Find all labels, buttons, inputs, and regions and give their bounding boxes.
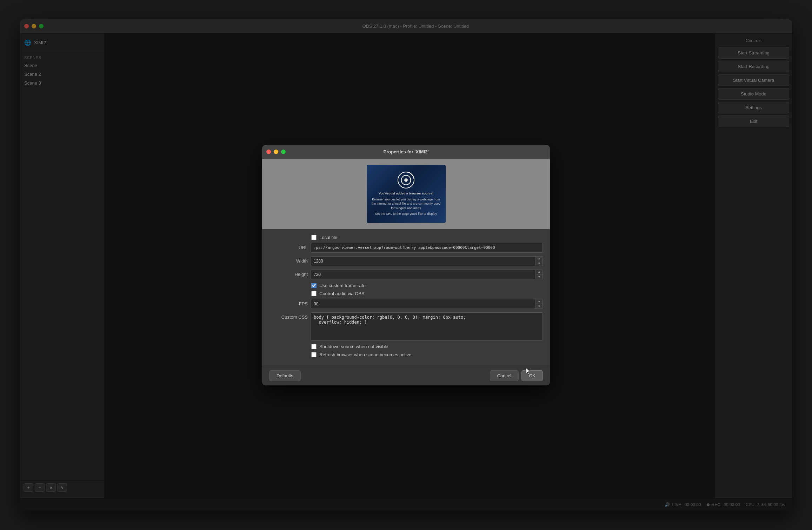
control-audio-row: Control audio via OBS xyxy=(269,291,543,296)
properties-dialog: Properties for 'XIMI2' You've just added… xyxy=(262,145,550,385)
dialog-body: Local file URL Width ▲ ▼ xyxy=(262,229,550,366)
dialog-close-button[interactable] xyxy=(266,150,271,154)
dialog-preview-area: You've just added a browser source! Brow… xyxy=(262,159,550,229)
height-spinner: ▲ ▼ xyxy=(311,270,543,279)
fps-input[interactable] xyxy=(311,299,536,309)
dialog-fullscreen-button[interactable] xyxy=(281,150,286,154)
height-row: Height ▲ ▼ xyxy=(269,270,543,279)
footer-right: Cancel OK xyxy=(490,370,543,381)
obs-logo-icon xyxy=(398,172,414,188)
preview-text-2: Browser sources let you display a webpag… xyxy=(371,197,441,211)
fps-spinner: ▲ ▼ xyxy=(311,299,543,309)
defaults-button[interactable]: Defaults xyxy=(269,370,301,381)
width-input[interactable] xyxy=(311,256,536,266)
width-increment-button[interactable]: ▲ xyxy=(536,257,543,261)
custom-fps-checkbox[interactable] xyxy=(311,283,317,288)
fps-decrement-button[interactable]: ▼ xyxy=(536,304,543,309)
dialog-title: Properties for 'XIMI2' xyxy=(384,149,429,154)
cancel-button[interactable]: Cancel xyxy=(490,370,519,381)
shutdown-checkbox[interactable] xyxy=(311,344,317,349)
url-label: URL xyxy=(269,245,308,250)
refresh-checkbox[interactable] xyxy=(311,352,317,357)
height-decrement-button[interactable]: ▼ xyxy=(536,274,543,279)
custom-css-input[interactable]: body { background-color: rgba(0, 0, 0, 0… xyxy=(311,312,543,340)
preview-text-3: Set the URL to the page you'd like to di… xyxy=(375,212,437,216)
shutdown-row: Shutdown source when not visible xyxy=(269,344,543,349)
refresh-label[interactable]: Refresh browser when scene becomes activ… xyxy=(319,352,411,357)
local-file-label[interactable]: Local file xyxy=(319,235,337,240)
width-label: Width xyxy=(269,258,308,264)
dialog-traffic-lights xyxy=(266,150,286,154)
refresh-row: Refresh browser when scene becomes activ… xyxy=(269,352,543,357)
fps-row: FPS ▲ ▼ xyxy=(269,299,543,309)
browser-source-preview: You've just added a browser source! Brow… xyxy=(367,165,446,223)
control-audio-checkbox[interactable] xyxy=(311,291,317,296)
width-spinner: ▲ ▼ xyxy=(311,256,543,266)
fps-spinner-buttons: ▲ ▼ xyxy=(536,299,543,309)
custom-fps-label[interactable]: Use custom frame rate xyxy=(319,283,366,288)
url-input[interactable] xyxy=(311,243,543,253)
svg-point-2 xyxy=(404,178,408,182)
local-file-row: Local file xyxy=(269,235,543,240)
height-increment-button[interactable]: ▲ xyxy=(536,270,543,275)
height-input[interactable] xyxy=(311,270,536,279)
control-audio-label[interactable]: Control audio via OBS xyxy=(319,291,365,296)
dialog-overlay: Properties for 'XIMI2' You've just added… xyxy=(20,19,792,511)
ok-button[interactable]: OK xyxy=(521,370,543,381)
local-file-checkbox[interactable] xyxy=(311,235,317,240)
custom-fps-row: Use custom frame rate xyxy=(269,283,543,288)
fps-label: FPS xyxy=(269,301,308,306)
obs-main-window: OBS 27.1.0 (mac) - Profile: Untitled - S… xyxy=(20,19,792,511)
footer-left: Defaults xyxy=(269,370,301,381)
url-row: URL xyxy=(269,243,543,253)
height-label: Height xyxy=(269,272,308,277)
height-spinner-buttons: ▲ ▼ xyxy=(536,270,543,279)
dialog-titlebar: Properties for 'XIMI2' xyxy=(262,145,550,159)
width-decrement-button[interactable]: ▼ xyxy=(536,261,543,266)
fps-increment-button[interactable]: ▲ xyxy=(536,299,543,304)
width-row: Width ▲ ▼ xyxy=(269,256,543,266)
preview-text-1: You've just added a browser source! xyxy=(379,191,433,196)
dialog-minimize-button[interactable] xyxy=(274,150,278,154)
width-spinner-buttons: ▲ ▼ xyxy=(536,256,543,266)
dialog-footer: Defaults Cancel OK xyxy=(262,366,550,385)
shutdown-label[interactable]: Shutdown source when not visible xyxy=(319,344,388,349)
custom-css-label: Custom CSS xyxy=(269,312,308,320)
custom-css-row: Custom CSS body { background-color: rgba… xyxy=(269,312,543,340)
